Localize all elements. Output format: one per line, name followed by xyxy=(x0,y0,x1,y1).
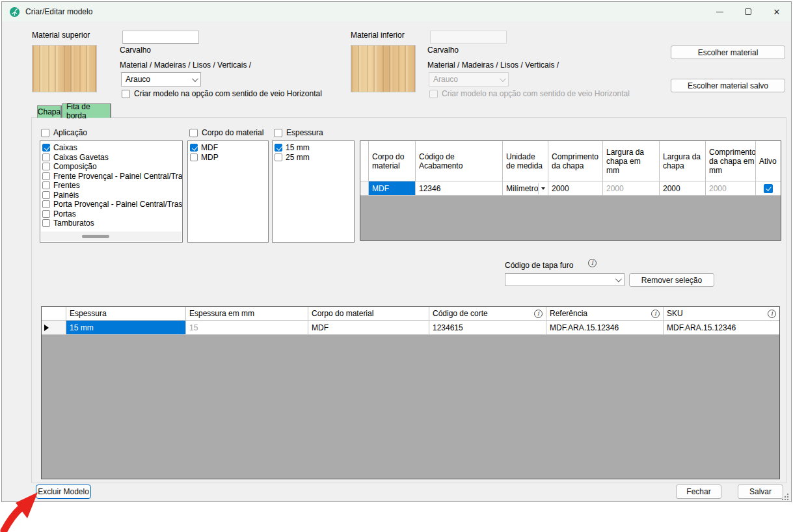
resize-grip[interactable] xyxy=(782,493,789,500)
cell-corpo-material[interactable]: MDF xyxy=(308,321,429,335)
material-superior-thumbnail xyxy=(32,45,97,92)
material-inferior-thumbnail xyxy=(351,45,416,92)
list-item-label: MDP xyxy=(201,153,219,162)
remover-selecao-button[interactable]: Remover seleção xyxy=(629,273,714,287)
material-superior-grain-option[interactable]: Criar modelo na opção com sentido de vei… xyxy=(122,89,322,98)
material-superior-code-input[interactable] xyxy=(122,31,199,44)
column-header-largura-chapa[interactable]: Largura da chapa xyxy=(660,141,706,181)
fechar-button[interactable]: Fechar xyxy=(676,485,721,499)
checkbox-icon[interactable] xyxy=(122,90,130,98)
checkbox-icon[interactable] xyxy=(42,172,50,180)
checkbox-icon[interactable] xyxy=(41,129,49,137)
list-item-frentes[interactable]: Frentes xyxy=(40,181,182,191)
checkbox-icon[interactable] xyxy=(189,129,198,137)
scrollbar-thumb[interactable] xyxy=(82,235,109,238)
tab-fita-de-borda[interactable]: Fita de borda xyxy=(62,103,111,118)
column-header-corpo-material[interactable]: Corpo do material xyxy=(308,307,429,321)
list-item-composicao[interactable]: Composição xyxy=(40,162,182,172)
aplicacao-header-checkbox[interactable]: Aplicação xyxy=(41,128,87,137)
minimize-icon xyxy=(716,12,723,12)
list-item-frente-provencal[interactable]: Frente Provençal - Painel Central/Trasei… xyxy=(40,172,182,181)
espessura-header-checkbox[interactable]: Espessura xyxy=(274,128,323,137)
cell-unidade-medida[interactable]: Milímetro xyxy=(503,181,548,196)
cell-referencia[interactable]: MDF.ARA.15.12346 xyxy=(546,321,664,335)
checkbox-icon[interactable] xyxy=(42,219,50,227)
column-header-corpo-do-material[interactable]: Corpo do material xyxy=(369,141,416,181)
cell-ativo[interactable] xyxy=(756,181,781,196)
column-header-ativo[interactable]: Ativo xyxy=(756,141,781,181)
cell-codigo-corte[interactable]: 1234615 xyxy=(429,321,546,335)
chevron-down-icon xyxy=(192,75,198,82)
checkbox-icon[interactable] xyxy=(42,163,50,170)
maximize-button[interactable] xyxy=(734,2,762,21)
cell-sku[interactable]: MDF.ARA.15.12346 xyxy=(664,321,779,335)
column-header-codigo-corte[interactable]: Código de cortei xyxy=(429,307,546,321)
tab-chapa[interactable]: Chapa xyxy=(37,105,61,118)
cell-largura-chapa[interactable]: 2000 xyxy=(660,181,706,196)
cell-espessura-mm: 15 xyxy=(186,321,308,335)
list-item-mdf[interactable]: MDF xyxy=(188,143,268,153)
list-item-label: Portas xyxy=(53,209,76,219)
cell-value: MDF.ARA.15.12346 xyxy=(550,323,619,332)
model-grid-corner-cell[interactable] xyxy=(42,307,66,321)
material-superior-label: Material superior xyxy=(32,31,90,40)
column-header-codigo-acabamento[interactable]: Código de Acabamento xyxy=(416,141,503,181)
list-item-tamburatos[interactable]: Tamburatos xyxy=(40,219,182,228)
checkbox-icon[interactable] xyxy=(274,129,282,137)
column-header-unidade-medida[interactable]: Unidade de medida xyxy=(503,141,548,181)
row-header-cell[interactable] xyxy=(42,321,66,335)
checkbox-icon[interactable] xyxy=(275,153,282,161)
checkbox-icon[interactable] xyxy=(42,191,50,199)
list-item-label: Caixas xyxy=(53,143,77,152)
checkbox-icon[interactable] xyxy=(42,153,50,161)
material-superior-name: Carvalho xyxy=(120,46,151,55)
sheet-grid-corner-cell[interactable] xyxy=(360,141,369,181)
list-item-25mm[interactable]: 25 mm xyxy=(273,153,354,163)
column-header-comprimento-chapa[interactable]: Comprimento da chapa xyxy=(548,141,603,181)
cell-codigo-acabamento[interactable]: 12346 xyxy=(416,181,503,196)
cell-espessura[interactable]: 15 mm xyxy=(66,321,186,335)
checkbox-icon[interactable] xyxy=(275,144,282,152)
info-icon: i xyxy=(768,310,776,318)
row-header-cell[interactable] xyxy=(360,181,369,196)
checkbox-icon[interactable] xyxy=(42,181,50,189)
list-item-caixas[interactable]: Caixas xyxy=(40,143,182,153)
cell-combo-button[interactable] xyxy=(538,183,548,194)
column-header-label: Comprimento da chapa xyxy=(552,152,599,170)
list-item-porta-provencal[interactable]: Porta Provençal - Painel Central/Traseir… xyxy=(40,200,182,209)
sheet-grid-data-row: MDF 12346 Milímetro 2000 2000 2000 2000 xyxy=(360,181,781,196)
list-item-label: Composição xyxy=(53,162,97,171)
column-header-sku[interactable]: SKUi xyxy=(664,307,779,321)
cell-value: MDF.ARA.15.12346 xyxy=(667,323,736,332)
corpo-material-header-checkbox[interactable]: Corpo do material xyxy=(189,128,263,137)
checkbox-icon[interactable] xyxy=(764,184,773,193)
checkbox-icon[interactable] xyxy=(190,144,198,152)
info-icon: i xyxy=(534,310,543,318)
minimize-button[interactable] xyxy=(705,2,734,21)
list-item-15mm[interactable]: 15 mm xyxy=(273,143,354,153)
column-header-referencia[interactable]: Referênciai xyxy=(546,307,664,321)
list-item-portas[interactable]: Portas xyxy=(40,209,182,219)
escolher-material-button[interactable]: Escolher material xyxy=(671,46,785,59)
column-header-largura-chapa-mm[interactable]: Largura da chapa em mm xyxy=(603,141,660,181)
cell-comprimento-chapa[interactable]: 2000 xyxy=(548,181,603,196)
list-item-mdp[interactable]: MDP xyxy=(188,153,268,163)
horizontal-scrollbar[interactable] xyxy=(41,232,181,241)
salvar-button[interactable]: Salvar xyxy=(738,485,783,499)
tapa-furo-select[interactable] xyxy=(505,273,625,286)
column-header-espessura-mm[interactable]: Espessura em mm xyxy=(186,307,308,321)
cell-value: MDF xyxy=(372,184,389,193)
material-superior-brand-select[interactable]: Arauco xyxy=(121,72,201,86)
column-header-espessura[interactable]: Espessura xyxy=(66,307,186,321)
close-button[interactable]: ✕ xyxy=(762,2,791,21)
material-inferior-code-input xyxy=(430,31,507,44)
cell-corpo-do-material[interactable]: MDF xyxy=(369,181,416,196)
checkbox-icon[interactable] xyxy=(42,144,50,152)
escolher-material-salvo-button[interactable]: Escolher material salvo xyxy=(671,79,785,92)
checkbox-icon[interactable] xyxy=(190,153,198,161)
checkbox-icon[interactable] xyxy=(42,200,50,208)
list-item-caixas-gavetas[interactable]: Caixas Gavetas xyxy=(40,153,182,163)
list-item-paineis[interactable]: Painéis xyxy=(40,191,182,200)
column-header-comprimento-chapa-mm[interactable]: Comprimento da chapa em mm xyxy=(706,141,756,181)
checkbox-icon[interactable] xyxy=(42,210,50,218)
